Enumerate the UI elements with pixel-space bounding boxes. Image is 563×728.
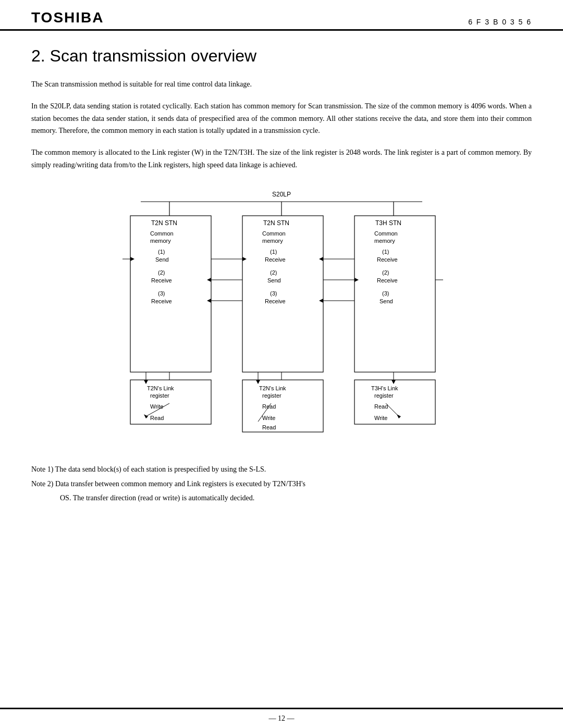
svg-text:T2N's Link: T2N's Link <box>259 385 286 391</box>
svg-text:(2): (2) <box>382 269 389 276</box>
svg-text:Receive: Receive <box>265 298 286 304</box>
logo: TOSHIBA <box>31 9 104 26</box>
diagram-container: S20LP T2N STN Common memory (1) Send <box>31 187 532 448</box>
svg-text:Read: Read <box>150 415 164 421</box>
notes-section: Note 1) The data send block(s) of each s… <box>31 463 532 504</box>
svg-text:Common: Common <box>262 230 286 237</box>
header: TOSHIBA 6 F 3 B 0 3 5 6 <box>0 0 563 31</box>
svg-text:Write: Write <box>374 415 387 421</box>
page-number: — 12 — <box>269 714 295 722</box>
svg-text:(1): (1) <box>158 249 165 255</box>
svg-marker-22 <box>242 257 247 261</box>
paragraph-3: The common memory is allocated to the Li… <box>31 146 532 171</box>
svg-text:Receive: Receive <box>151 298 172 304</box>
svg-text:register: register <box>150 392 169 399</box>
main-content: 2. Scan transmission overview The Scan t… <box>0 31 563 538</box>
svg-text:(2): (2) <box>158 269 165 276</box>
paragraph-2: In the S20LP, data sending station is ro… <box>31 100 532 137</box>
svg-text:Send: Send <box>267 277 281 283</box>
svg-text:register: register <box>374 392 394 399</box>
doc-number: 6 F 3 B 0 3 5 6 <box>468 18 532 26</box>
svg-text:(2): (2) <box>270 269 277 276</box>
svg-marker-75 <box>144 414 148 418</box>
svg-text:Send: Send <box>380 298 393 304</box>
footer: — 12 — <box>0 708 563 728</box>
svg-text:T2N  STN: T2N STN <box>151 219 177 227</box>
svg-marker-54 <box>256 380 260 384</box>
svg-text:Write: Write <box>262 415 275 421</box>
svg-text:Read: Read <box>374 403 388 410</box>
scan-diagram: S20LP T2N STN Common memory (1) Send <box>78 187 485 448</box>
svg-text:(1): (1) <box>382 249 389 255</box>
svg-marker-24 <box>207 278 211 282</box>
svg-text:T2N's Link: T2N's Link <box>147 385 174 391</box>
svg-marker-78 <box>397 414 401 418</box>
svg-text:memory: memory <box>262 238 283 244</box>
note-1: Note 1) The data send block(s) of each s… <box>31 463 532 476</box>
svg-text:T3H's Link: T3H's Link <box>371 385 398 391</box>
svg-text:Send: Send <box>155 256 169 263</box>
svg-text:register: register <box>262 392 282 399</box>
svg-text:(3): (3) <box>158 290 165 297</box>
svg-text:Common: Common <box>374 230 398 237</box>
svg-marker-26 <box>207 299 211 303</box>
svg-text:(3): (3) <box>382 290 389 297</box>
svg-text:Receive: Receive <box>377 256 398 263</box>
svg-text:Receive: Receive <box>377 277 398 283</box>
page: TOSHIBA 6 F 3 B 0 3 5 6 2. Scan transmis… <box>0 0 563 728</box>
svg-text:Receive: Receive <box>151 277 172 283</box>
svg-text:T2N  STN: T2N STN <box>263 219 289 227</box>
svg-text:Write: Write <box>150 403 163 410</box>
paragraph-1: The Scan transmission method is suitable… <box>31 78 532 91</box>
svg-text:T3H  STN: T3H STN <box>375 219 401 227</box>
svg-text:S20LP: S20LP <box>272 191 291 198</box>
svg-text:Common: Common <box>150 230 174 237</box>
svg-marker-48 <box>319 257 323 261</box>
svg-marker-28 <box>130 257 134 261</box>
svg-text:Read: Read <box>262 424 276 430</box>
note-2: Note 2) Data transfer between common mem… <box>31 478 532 490</box>
chapter-title: 2. Scan transmission overview <box>31 46 532 66</box>
svg-text:(3): (3) <box>270 290 277 297</box>
svg-marker-72 <box>391 380 396 384</box>
svg-text:memory: memory <box>150 238 171 244</box>
svg-text:Receive: Receive <box>265 256 286 263</box>
svg-marker-30 <box>144 380 148 384</box>
note-2-cont: OS. The transfer direction (read or writ… <box>60 492 532 504</box>
svg-text:(1): (1) <box>270 249 277 255</box>
svg-marker-52 <box>319 299 323 303</box>
svg-marker-50 <box>354 278 359 282</box>
svg-text:memory: memory <box>374 238 395 244</box>
